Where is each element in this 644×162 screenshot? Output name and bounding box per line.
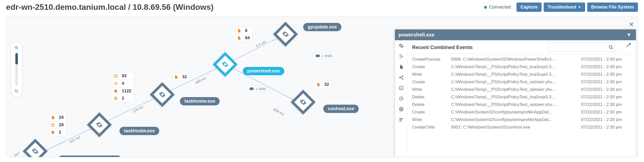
gear-icon[interactable] <box>398 43 404 49</box>
event-row[interactable]: CreateC:\Windows\Temp\__PSScriptPolicyTe… <box>412 78 631 86</box>
event-row[interactable]: CreateProcess5868: C:\Windows\System32\W… <box>412 56 631 63</box>
panel-side-icons: DLL <box>395 40 408 157</box>
badge-row[interactable]: 4 <box>112 79 134 87</box>
process-node-powershell[interactable] <box>216 56 234 73</box>
event-timestamp: 07/22/2021 - 2:30 pm <box>579 78 631 86</box>
svg-line-10 <box>162 64 225 95</box>
event-path: C:\Windows\Temp\__PSScriptPolicyTest_vpl… <box>451 101 579 108</box>
edge-label: 5.4 sec <box>255 39 267 48</box>
badge-stack-taskhostw-mid: 93411222 <box>112 72 134 102</box>
badge-row[interactable]: 84 <box>235 34 253 42</box>
event-row[interactable]: CreateC:\Windows\Temp\__PSScriptPolicyTe… <box>412 63 631 71</box>
close-panel-icon[interactable]: ✕ <box>629 21 634 28</box>
process-label-gpupdate[interactable]: gpupdate.exe <box>303 23 341 31</box>
process-graph-canvas[interactable]: ✕ 621 ms 376 ms 668 ms 5.4 sec 658 ms 34… <box>6 16 638 157</box>
file-icon[interactable] <box>398 64 404 70</box>
svg-line-33 <box>400 76 402 77</box>
event-timestamp: 07/22/2021 - 2:30 pm <box>579 116 631 124</box>
zoom-in-button[interactable] <box>13 45 20 51</box>
event-op: Write <box>412 116 451 124</box>
browse-filesystem-button[interactable]: Browse File System <box>587 3 638 12</box>
child-chip-icon <box>249 87 254 90</box>
event-row[interactable]: CreateC:\Windows\System32\config\systemp… <box>412 108 631 116</box>
file-icon <box>49 114 56 121</box>
event-row[interactable]: DeleteC:\Windows\Temp\__PSScriptPolicyTe… <box>412 93 631 101</box>
globe-icon[interactable] <box>398 106 404 112</box>
panel-header[interactable]: powershell.exe ▼ <box>395 29 636 40</box>
capture-button-label: Capture <box>520 5 538 10</box>
event-row[interactable]: WriteC:\Windows\Temp\__PSScriptPolicyTes… <box>412 71 631 78</box>
capture-button[interactable]: Capture <box>516 3 542 12</box>
child-chip-icon <box>315 54 320 57</box>
events-table: CreateProcess5868: C:\Windows\System32\W… <box>412 56 631 131</box>
edge-label: 376 ms <box>132 105 144 114</box>
status-label: Connected <box>489 5 511 10</box>
troubleshoot-button[interactable]: Troubleshoot▼ <box>544 3 585 12</box>
process-label-powershell[interactable]: powershell.exe <box>243 67 284 75</box>
process-label-taskhostw1[interactable]: taskhostw.exe <box>119 127 159 135</box>
file-icon <box>173 73 180 80</box>
event-row[interactable]: WriteC:\Windows\System32\config\systempr… <box>412 116 631 124</box>
share-icon[interactable] <box>398 74 404 80</box>
panel-collapse-icon[interactable]: ▼ <box>625 32 632 38</box>
badge-row[interactable]: 32 <box>314 81 332 88</box>
badge-row[interactable]: 29 <box>49 121 66 129</box>
expand-icon[interactable] <box>626 42 631 49</box>
tree-icon[interactable] <box>398 53 404 59</box>
svg-text:DLL: DLL <box>399 87 403 89</box>
event-path: C:\Windows\Temp\__PSScriptPolicyTest_ksq… <box>451 93 579 101</box>
badge-stack-powershell: 884 <box>235 27 253 42</box>
list-icon[interactable] <box>398 117 404 123</box>
badge-value: 8 <box>243 28 250 33</box>
gear-icon <box>96 121 103 128</box>
process-node-taskhostw1[interactable] <box>91 116 108 134</box>
layout-icon <box>112 72 119 79</box>
event-path: C:\Windows\Temp\__PSScriptPolicyTest_ksq… <box>451 71 579 78</box>
svg-point-29 <box>402 56 403 57</box>
process-node-taskhostw2[interactable] <box>153 86 171 103</box>
zoom-slider[interactable] <box>15 53 18 86</box>
badge-stack-taskhostw-left: 24292 <box>49 113 66 136</box>
badge-row[interactable]: 8 <box>235 27 253 34</box>
zoom-out-button[interactable] <box>13 88 20 94</box>
file-icon <box>235 27 243 34</box>
badge-row[interactable]: 1122 <box>112 87 134 95</box>
event-row[interactable]: WriteC:\Windows\Temp\__PSScriptPolicyTes… <box>412 86 631 93</box>
process-node-root[interactable] <box>26 142 44 157</box>
process-label-taskhostw2[interactable]: taskhostw.exe <box>180 97 220 105</box>
search-input[interactable] <box>550 45 609 50</box>
event-row[interactable]: CreateChild6952: C:\Windows\System32\con… <box>412 124 631 131</box>
process-label-conhost[interactable]: conhost.exe <box>323 105 359 113</box>
badge-row[interactable]: 2 <box>49 129 66 136</box>
badge-row[interactable]: 2 <box>112 95 134 102</box>
process-node-gpupdate[interactable] <box>277 25 294 43</box>
badge-value: 4 <box>119 81 127 86</box>
process-label-appid[interactable]: appidpolicyconverter.exe <box>58 155 122 157</box>
panel-search[interactable] <box>548 43 616 52</box>
connection-status: Connected <box>484 5 511 10</box>
status-dot-icon <box>484 6 487 9</box>
badge-row[interactable]: 32 <box>172 73 190 81</box>
child-chip[interactable]: 1 child <box>313 53 334 59</box>
badge-stack-conhost: 32 <box>314 81 332 88</box>
gear-icon <box>300 99 307 106</box>
badge-value: 93 <box>119 73 129 78</box>
dll-icon[interactable]: DLL <box>398 85 404 91</box>
puzzle-icon <box>49 129 56 136</box>
panel-title: powershell.exe <box>398 32 434 38</box>
svg-point-27 <box>399 55 400 55</box>
event-op: Create <box>412 78 451 86</box>
badge-row[interactable]: 93 <box>112 72 134 79</box>
share-icon <box>112 80 119 87</box>
event-row[interactable]: DeleteC:\Windows\Temp\__PSScriptPolicyTe… <box>412 101 631 108</box>
badge-row[interactable]: 24 <box>49 113 66 121</box>
child-chip[interactable]: 1 child <box>247 86 268 92</box>
process-node-conhost[interactable] <box>294 93 312 111</box>
event-timestamp: 07/22/2021 - 2:30 pm <box>579 63 631 71</box>
child-chip-label: 1 child <box>255 87 265 91</box>
child-chip-label: 1 child <box>321 54 332 58</box>
file-icon <box>315 81 322 88</box>
edge-label: 347 <box>13 151 20 157</box>
puzzle-icon <box>112 87 119 95</box>
disc-icon[interactable] <box>398 96 404 102</box>
